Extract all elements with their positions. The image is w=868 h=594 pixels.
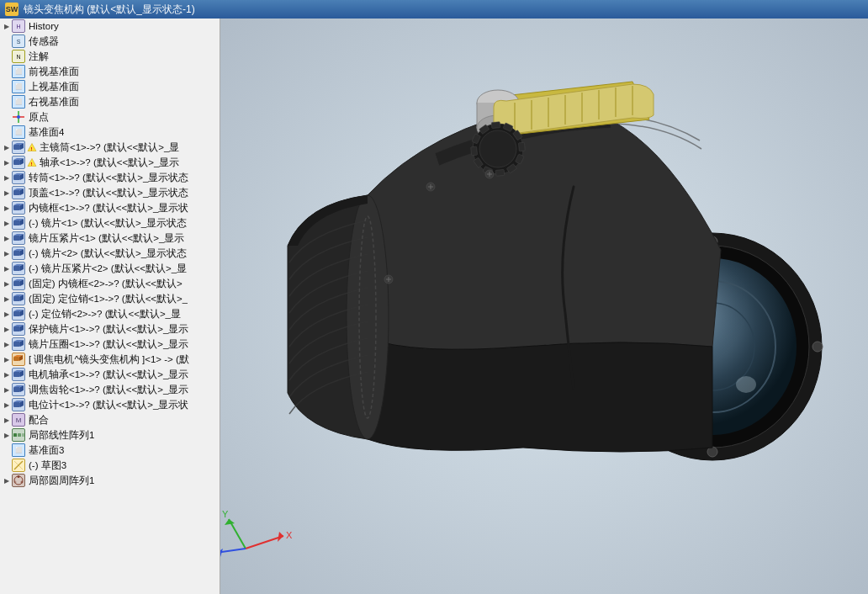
tree-item-label: (-) 镜片<1> (默认<<默认>_显示状态	[29, 217, 187, 230]
tree-item-motor-bearing[interactable]: ▶ 电机轴承<1>->? (默认<<默认>_显示	[0, 367, 220, 382]
tree-item-note[interactable]: N 注解	[0, 49, 220, 64]
tree-arrow[interactable]: ▶	[2, 172, 12, 183]
tree-item-protect-lens[interactable]: ▶ 保护镜片<1>->? (默认<<默认>_显示	[0, 321, 220, 337]
svg-rect-58	[13, 402, 20, 407]
tree-arrow[interactable]: ▶	[2, 369, 12, 380]
tree-arrow[interactable]: ▶	[2, 429, 12, 441]
tree-arrow[interactable]: ▶	[2, 399, 12, 411]
tree-arrow[interactable]: ▶	[2, 384, 12, 395]
tree-arrow[interactable]: ▶	[2, 263, 12, 274]
tree-item-inner-frame2[interactable]: ▶ (固定) 内镜框<2>->? (默认<<默认>	[0, 276, 220, 291]
svg-rect-34	[13, 281, 20, 286]
tree-item-inner-frame1[interactable]: ▶ 内镜框<1>->? (默认<<默认>_显示状	[0, 200, 220, 215]
window-title: 镜头变焦机构 (默认<默认_显示状态-1)	[24, 3, 195, 17]
tree-arrow[interactable]: ▶	[2, 308, 12, 320]
tree-arrow[interactable]: ▶	[2, 217, 12, 229]
tree-item-top-cover[interactable]: ▶ 顶盖<1>->? (默认<<默认>_显示状态	[0, 185, 220, 200]
tree-item-history[interactable]: ▶ H History	[0, 19, 220, 34]
tree-item-label: (-) 定位销<2>->? (默认<<默认>_显	[29, 308, 181, 321]
app-icon: SW	[5, 3, 19, 16]
tree-item-label: (-) 草图3	[29, 459, 66, 472]
tree-arrow[interactable]: ▶	[2, 20, 12, 32]
tree-item-label: 局部线性阵列1	[29, 429, 94, 442]
tree-item-bearing[interactable]: ▶ ! 轴承<1>->? (默认<<默认>_显示	[0, 155, 220, 170]
svg-rect-31	[13, 266, 20, 271]
tree-item-top-plane[interactable]: ⬜ 上视基准面	[0, 79, 220, 94]
model-view: X Y Z	[220, 19, 868, 594]
svg-rect-37	[13, 296, 20, 301]
tree-item-drum[interactable]: ▶ 转筒<1>->? (默认<<默认>_显示状态	[0, 170, 220, 185]
tree-item-label: 主镜筒<1>->? (默认<<默认>_显	[40, 141, 179, 154]
svg-point-2	[17, 115, 20, 119]
svg-rect-22	[13, 220, 20, 225]
tree-item-lens1[interactable]: ▶ (-) 镜片<1> (默认<<默认>_显示状态	[0, 215, 220, 231]
svg-point-76	[812, 342, 823, 352]
tree-arrow[interactable]: ▶	[2, 247, 12, 259]
tree-item-loc-pin1[interactable]: ▶ (固定) 定位销<1>->? (默认<<默认>_	[0, 291, 220, 306]
tree-item-lens2[interactable]: ▶ (-) 镜片<2> (默认<<默认>_显示状态	[0, 246, 220, 261]
tree-arrow[interactable]: ▶	[2, 293, 12, 305]
tree-item-label: History	[29, 21, 59, 31]
svg-rect-97	[491, 122, 500, 129]
tree-arrow[interactable]: ▶	[2, 323, 12, 335]
svg-rect-3	[13, 145, 20, 150]
tree-item-linear-pattern[interactable]: ▶ 局部线性阵列1	[0, 427, 220, 443]
tree-arrow[interactable]: ▶	[2, 278, 12, 289]
svg-rect-8	[13, 160, 20, 165]
tree-item-label: 局部圆周阵列1	[29, 475, 94, 487]
tree-item-right-plane[interactable]: ⬜ 右视基准面	[0, 94, 220, 109]
svg-rect-106	[471, 146, 478, 156]
tree-item-lens-clip2[interactable]: ▶ (-) 镜片压紧片<2> (默认<<默认>_显	[0, 261, 220, 276]
svg-rect-19	[13, 205, 20, 210]
title-bar: SW 镜头变焦机构 (默认<默认_显示状态-1)	[0, 0, 868, 19]
tree-arrow[interactable]: ▶	[2, 475, 12, 486]
tree-arrow[interactable]: ▶	[2, 202, 12, 214]
tree-item-sensor[interactable]: S 传感器	[0, 34, 220, 49]
svg-text:!: !	[31, 162, 33, 167]
tree-arrow[interactable]: ▶	[2, 353, 12, 365]
tree-item-label: 基准面3	[29, 444, 64, 457]
tree-item-circular-pattern[interactable]: ▶ 局部圆周阵列1	[0, 473, 220, 488]
tree-item-label: 配合	[29, 414, 49, 427]
svg-rect-103	[495, 169, 505, 176]
tree-item-front-plane[interactable]: ⬜ 前视基准面	[0, 64, 220, 79]
svg-rect-25	[13, 236, 20, 241]
tree-item-label: 基准面4	[29, 126, 64, 139]
tree-item-lens-clip1[interactable]: ▶ 镜片压紧片<1> (默认<<默认>_显示	[0, 231, 220, 246]
tree-item-label: [ 调焦电机^镜头变焦机构 ]<1> -> (默	[29, 353, 189, 366]
tree-arrow[interactable]: ▶	[2, 141, 12, 153]
tree-item-potentiometer[interactable]: ▶ 电位计<1>->? (默认<<默认>_显示状	[0, 397, 220, 412]
tree-item-mate[interactable]: ▶ M 配合	[0, 412, 220, 427]
svg-text:!: !	[31, 146, 33, 151]
tree-arrow[interactable]: ▶	[2, 187, 12, 199]
svg-rect-40	[13, 311, 20, 316]
tree-arrow[interactable]: ▶	[2, 338, 12, 350]
tree-item-origin[interactable]: 原点	[0, 109, 220, 125]
tree-item-label: 转筒<1>->? (默认<<默认>_显示状态	[29, 172, 188, 184]
tree-arrow[interactable]: ▶	[2, 156, 12, 168]
tree-item-focus-motor-asm[interactable]: ▶ [ 调焦电机^镜头变焦机构 ]<1> -> (默	[0, 352, 220, 367]
tree-item-loc-pin2[interactable]: ▶ (-) 定位销<2>->? (默认<<默认>_显	[0, 306, 220, 321]
tree-item-lens-ring[interactable]: ▶ 镜片压圈<1>->? (默认<<默认>_显示	[0, 337, 220, 352]
tree-item-label: 调焦齿轮<1>->? (默认<<默认>_显示	[29, 384, 188, 396]
tree-item-main-barrel[interactable]: ▶ ! 主镜筒<1>->? (默认<<默认>_显	[0, 140, 220, 155]
tree-item-base4[interactable]: ⬜ 基准面4	[0, 125, 220, 140]
tree-arrow[interactable]: ▶	[2, 232, 12, 244]
tree-item-base3[interactable]: ⬜ 基准面3	[0, 443, 220, 458]
3d-viewport[interactable]: X Y Z	[220, 19, 868, 594]
tree-item-label: (固定) 内镜框<2>->? (默认<<默认>	[29, 278, 183, 290]
tree-item-sketch3[interactable]: (-) 草图3	[0, 458, 220, 473]
tree-item-focus-gear[interactable]: ▶ 调焦齿轮<1>->? (默认<<默认>_显示	[0, 382, 220, 397]
tree-item-label: (-) 镜片<2> (默认<<默认>_显示状态	[29, 247, 187, 260]
tree-item-label: 注解	[29, 50, 49, 63]
tree-item-label: 镜片压圈<1>->? (默认<<默认>_显示	[29, 338, 188, 351]
tree-arrow[interactable]: ▶	[2, 414, 12, 426]
svg-rect-28	[13, 251, 20, 256]
svg-point-67	[18, 475, 20, 478]
svg-rect-55	[13, 387, 20, 392]
svg-text:X: X	[286, 530, 293, 540]
tree-item-label: 电位计<1>->? (默认<<默认>_显示状	[29, 399, 188, 411]
tree-item-label: 前视基准面	[29, 66, 79, 78]
svg-rect-100	[518, 142, 525, 151]
tree-item-label: (固定) 定位销<1>->? (默认<<默认>_	[29, 293, 188, 305]
